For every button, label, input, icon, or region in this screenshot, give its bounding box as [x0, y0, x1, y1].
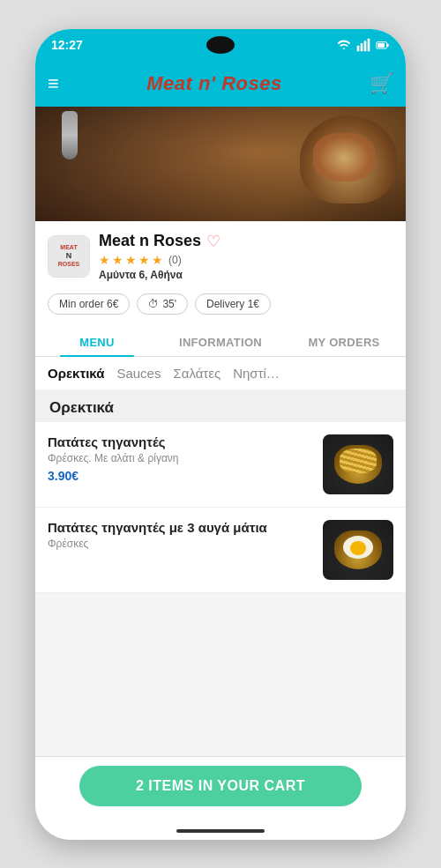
app-title: Meat n' Roses	[146, 72, 282, 95]
star-2: ★	[112, 253, 123, 267]
menu-item-image-0	[323, 434, 393, 494]
fries-image	[323, 434, 393, 494]
star-3: ★	[125, 253, 137, 267]
home-indicator	[35, 822, 406, 840]
info-chips-row: Min order 6€ ⏱ 35' Delivery 1€	[48, 293, 393, 315]
delivery-label: Delivery 1€	[206, 298, 259, 310]
logo-top-text: MEAT	[60, 244, 77, 251]
min-order-label: Min order 6€	[59, 298, 118, 310]
cart-bar-button[interactable]: 2 ITEMS IN YOUR CART	[79, 766, 362, 806]
category-oreктика[interactable]: Ορεκτικά	[48, 366, 116, 386]
status-bar: 12:27	[35, 29, 406, 61]
fries-bowl	[334, 445, 382, 484]
hero-food-image	[300, 115, 397, 204]
wifi-icon	[337, 38, 351, 52]
notch	[206, 36, 235, 54]
home-bar	[176, 829, 265, 833]
tab-information[interactable]: INFORMATION	[159, 325, 282, 356]
status-icons	[337, 38, 390, 52]
section-title: Ορεκτικά	[35, 390, 406, 422]
restaurant-address: Αμύντα 6, Αθήνα	[99, 269, 393, 281]
category-pills: Ορεκτικά Sauces Σαλάτες Νηστί…	[35, 357, 406, 390]
svg-rect-0	[357, 45, 360, 51]
favorite-icon[interactable]: ♡	[206, 232, 220, 251]
hamburger-menu-icon[interactable]: ≡	[48, 72, 59, 95]
rating-row: ★ ★ ★ ★ ★ (0)	[99, 253, 393, 267]
menu-item-name-1: Πατάτες τηγανητές με 3 αυγά μάτια	[48, 520, 314, 535]
cart-icon[interactable]: 🛒	[370, 72, 393, 95]
app-header: ≡ Meat n' Roses 🛒	[35, 61, 406, 107]
restaurant-info: Meat n Roses ♡ ★ ★ ★ ★ ★ (0) Αμύντα 6, Α…	[99, 232, 393, 281]
category-nisti[interactable]: Νηστί…	[233, 366, 292, 386]
time-label: 35'	[162, 298, 176, 310]
delivery-chip: Delivery 1€	[195, 293, 271, 315]
category-salates[interactable]: Σαλάτες	[173, 366, 233, 386]
egg-image	[323, 520, 393, 580]
logo-mid-text: N	[66, 251, 72, 261]
menu-item-image-1	[323, 520, 393, 580]
menu-item-info-1: Πατάτες τηγανητές με 3 αυγά μάτια Φρέσκε…	[48, 520, 314, 554]
battery-icon	[376, 38, 390, 52]
logo-bot-text: ROSES	[58, 261, 80, 268]
menu-item-name-0: Πατάτες τηγανητές	[48, 434, 314, 449]
rating-count: (0)	[168, 254, 182, 266]
restaurant-card: MEAT N ROSES Meat n Roses ♡ ★ ★ ★ ★ ★ (0…	[35, 221, 406, 325]
menu-item-price-0: 3.90€	[48, 469, 314, 483]
restaurant-logo: MEAT N ROSES	[48, 235, 90, 278]
menu-item-1[interactable]: Πατάτες τηγανητές με 3 αυγά μάτια Φρέσκε…	[35, 508, 406, 593]
egg-bowl	[334, 530, 382, 569]
status-time: 12:27	[51, 38, 83, 52]
phone-container: 12:27 ≡ Meat n' Roses 🛒 MEAT N ROS	[35, 29, 406, 840]
category-sauces[interactable]: Sauces	[116, 366, 173, 386]
restaurant-top-row: MEAT N ROSES Meat n Roses ♡ ★ ★ ★ ★ ★ (0…	[48, 232, 393, 281]
time-chip: ⏱ 35'	[137, 293, 188, 315]
cart-bar-text: 2 ITEMS IN YOUR CART	[136, 778, 305, 793]
svg-rect-5	[377, 43, 385, 48]
min-order-chip: Min order 6€	[48, 293, 130, 315]
menu-item-info-0: Πατάτες τηγανητές Φρέσκες. Με αλάτι & ρί…	[48, 434, 314, 483]
cart-bar-container: 2 ITEMS IN YOUR CART	[35, 756, 406, 822]
svg-rect-6	[387, 43, 389, 46]
pepper-shaker	[62, 111, 78, 160]
svg-rect-2	[364, 41, 367, 51]
main-tabs: MENU INFORMATION MY ORDERS	[35, 325, 406, 357]
tab-my-orders[interactable]: MY ORDERS	[282, 325, 406, 356]
star-5: ★	[152, 253, 163, 267]
svg-rect-3	[368, 38, 370, 51]
svg-rect-1	[361, 43, 363, 51]
hero-image	[35, 107, 406, 221]
tab-menu[interactable]: MENU	[35, 325, 159, 356]
menu-content: Ορεκτικά Πατάτες τηγανητές Φρέσκες. Με α…	[35, 390, 406, 756]
signal-icon	[356, 38, 370, 52]
menu-item-0[interactable]: Πατάτες τηγανητές Φρέσκες. Με αλάτι & ρί…	[35, 422, 406, 508]
restaurant-name-row: Meat n Roses ♡	[99, 232, 393, 251]
restaurant-name: Meat n Roses	[99, 232, 201, 250]
menu-item-desc-0: Φρέσκες. Με αλάτι & ρίγανη	[48, 452, 314, 464]
menu-item-desc-1: Φρέσκες	[48, 538, 314, 550]
time-icon: ⏱	[148, 298, 159, 310]
star-1: ★	[99, 253, 110, 267]
star-4: ★	[138, 253, 150, 267]
